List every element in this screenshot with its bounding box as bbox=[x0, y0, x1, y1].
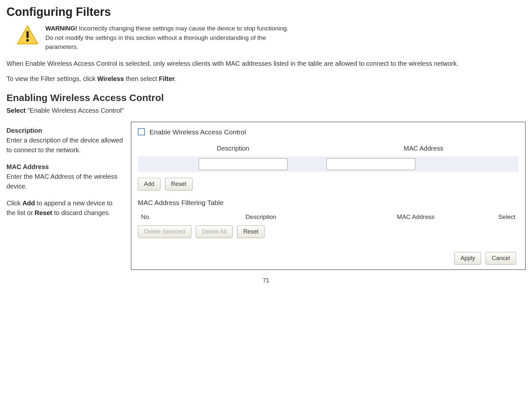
definition-title-description: Description bbox=[6, 126, 123, 135]
text-fragment: to discard changes. bbox=[52, 209, 110, 216]
intro-para-1: When Enable Wireless Access Control is s… bbox=[6, 58, 526, 69]
definition-body-description: Enter a description of the device allowe… bbox=[6, 135, 123, 155]
enable-checkbox[interactable] bbox=[138, 128, 145, 135]
text-bold: Reset bbox=[35, 209, 52, 216]
settings-panel: Enable Wireless Access Control Descripti… bbox=[131, 122, 526, 270]
add-button[interactable]: Add bbox=[138, 178, 160, 190]
text-fragment: To view the Filter settings, click bbox=[6, 75, 97, 82]
text-bold: Filter bbox=[159, 75, 175, 82]
svg-rect-1 bbox=[27, 31, 29, 38]
definition-title-mac: MAC Address bbox=[6, 162, 123, 172]
cancel-button[interactable]: Cancel bbox=[486, 252, 516, 265]
table-header-mac: MAC Address bbox=[349, 212, 483, 222]
reset-button[interactable]: Reset bbox=[165, 178, 193, 190]
warning-icon bbox=[16, 24, 39, 47]
warning-prefix: WARNING! bbox=[45, 25, 77, 32]
description-input[interactable] bbox=[199, 158, 288, 170]
text-bold: Select bbox=[6, 107, 26, 114]
enable-checkbox-label: Enable Wireless Access Control bbox=[149, 127, 246, 137]
text-fragment: Click bbox=[6, 200, 22, 207]
section-heading: Enabling Wireless Access Control bbox=[6, 90, 526, 105]
delete-selected-button[interactable]: Delete Selected bbox=[138, 225, 191, 238]
delete-all-button[interactable]: Delete All bbox=[196, 225, 233, 238]
section-subline: Select "Enable Wireless Access Control" bbox=[6, 106, 526, 115]
warning-text: WARNING! Incorrectly changing these sett… bbox=[45, 24, 292, 52]
warning-body: Incorrectly changing these settings may … bbox=[45, 25, 289, 50]
intro-para-2: To view the Filter settings, click Wirel… bbox=[6, 74, 526, 84]
svg-point-2 bbox=[26, 39, 29, 41]
text-bold: Wireless bbox=[97, 75, 124, 82]
input-row bbox=[138, 156, 519, 172]
table-header-no: No. bbox=[141, 212, 173, 222]
page-number: 71 bbox=[6, 276, 526, 285]
filter-table-title: MAC Address Filtering Table bbox=[138, 198, 519, 208]
warning-block: WARNING! Incorrectly changing these sett… bbox=[16, 24, 526, 52]
column-header-description: Description bbox=[138, 143, 328, 153]
definitions-column: Description Enter a description of the d… bbox=[6, 122, 123, 218]
text-fragment: then select bbox=[124, 75, 159, 82]
text-fragment: . bbox=[175, 75, 177, 82]
instruction-line: Click Add to append a new device to the … bbox=[6, 198, 123, 218]
text-fragment: "Enable Wireless Access Control" bbox=[26, 107, 124, 114]
mac-address-input[interactable] bbox=[326, 158, 415, 170]
table-header-description: Description bbox=[173, 212, 349, 222]
apply-button[interactable]: Apply bbox=[454, 252, 481, 265]
column-header-mac: MAC Address bbox=[328, 143, 519, 153]
reset-table-button[interactable]: Reset bbox=[237, 225, 265, 238]
page-title: Configuring Filters bbox=[6, 3, 526, 21]
table-header-select: Select bbox=[483, 212, 515, 222]
definition-body-mac: Enter the MAC Address of the wireless de… bbox=[6, 172, 123, 191]
text-bold: Add bbox=[22, 200, 35, 207]
